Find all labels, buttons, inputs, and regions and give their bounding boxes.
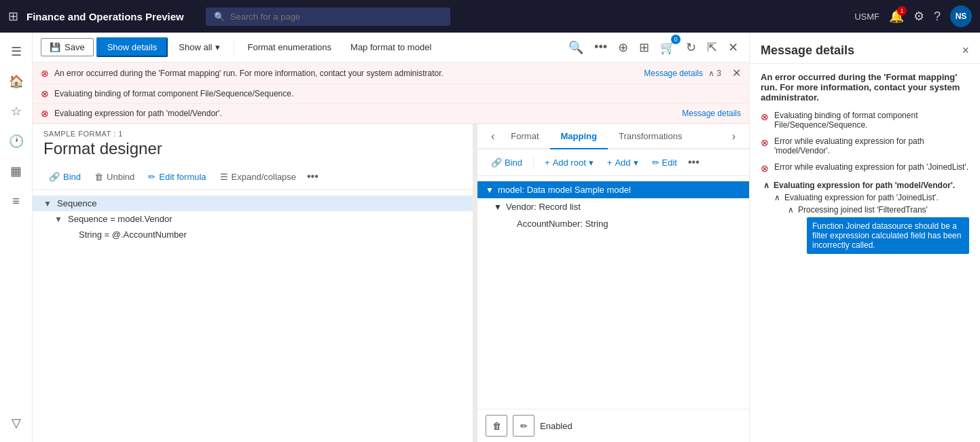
format-toolbar: 🔗 Bind 🗑 Unbind ✏ Edit formula ☰ Expand/… xyxy=(33,164,473,190)
highlight-text: Function Joined datasource should be a f… xyxy=(812,221,961,250)
more-options-button[interactable]: ••• xyxy=(592,37,610,57)
app-title: Finance and Operations Preview xyxy=(26,11,184,22)
mapping-label-0: model: Data model Sample model xyxy=(498,185,631,195)
expand-icon: ☰ xyxy=(220,172,228,182)
mapping-item-account[interactable]: AccountNumber: String xyxy=(477,215,749,232)
msg-section-header-1[interactable]: ∧ Evaluating expression for path 'model/… xyxy=(761,181,969,190)
link-icon: 🔗 xyxy=(49,172,60,182)
tab-transformations[interactable]: Transformations xyxy=(608,124,693,149)
msg-body: An error occurred during the 'Format map… xyxy=(750,64,980,442)
cart-icon[interactable]: 🛒 0 xyxy=(657,37,678,58)
expand-collapse-button[interactable]: ☰ Expand/collapse xyxy=(215,169,302,185)
action-toolbar: 💾 Save Show details Show all ▾ Format en… xyxy=(33,33,749,62)
section-label-1: Evaluating expression for path 'model/Ve… xyxy=(774,181,955,190)
region-label: USMF xyxy=(854,12,879,22)
mapping-item-model[interactable]: ▼ model: Data model Sample model xyxy=(477,181,749,198)
view-mode-icon[interactable]: ⊕ xyxy=(615,37,631,58)
map-add-root-button[interactable]: + Add root ▾ xyxy=(539,155,599,170)
subsubsection-chevron: ∧ xyxy=(788,205,794,215)
msg-error-text-3: Error while evaluating expression for pa… xyxy=(774,162,968,172)
map-bind-button[interactable]: 🔗 Bind xyxy=(486,155,528,170)
footer-status: Enabled xyxy=(540,421,573,431)
subsection-chevron-1: ∧ xyxy=(774,193,780,202)
subsection-label-1: Evaluating expression for path 'JoinedLi… xyxy=(784,193,939,202)
message-details-link-2[interactable]: Message details xyxy=(682,109,741,118)
msg-error-icon-2: ⊗ xyxy=(761,137,769,148)
toolbar-sep-1 xyxy=(234,39,234,56)
tree-item-string[interactable]: String = @.AccountNumber xyxy=(33,227,473,242)
format-enumerations-button[interactable]: Format enumerations xyxy=(240,39,340,56)
msg-subsection-header-1[interactable]: ∧ Evaluating expression for path 'Joined… xyxy=(774,193,969,202)
msg-subsubsection-header[interactable]: ∧ Processing joined list 'FilteredTrans' xyxy=(788,205,969,215)
tab-arrow-left[interactable]: ‹ xyxy=(486,125,500,148)
formula-icon: ✏ xyxy=(148,172,156,182)
message-details-link-1[interactable]: Message details xyxy=(644,69,703,78)
close-page-icon[interactable]: ✕ xyxy=(725,37,741,58)
mapping-label-1: Vendor: Record list xyxy=(506,202,581,212)
bind-button[interactable]: 🔗 Bind xyxy=(43,169,86,185)
compare-icon[interactable]: ⊞ xyxy=(636,37,652,58)
tab-mapping[interactable]: Mapping xyxy=(550,124,608,149)
error-count-area: Message details ∧ 3 ✕ xyxy=(644,67,741,79)
search-input[interactable] xyxy=(230,12,442,22)
collapse-icon[interactable]: ∧ 3 xyxy=(708,69,721,78)
show-all-button[interactable]: Show all ▾ xyxy=(170,39,228,56)
tab-arrow-right[interactable]: › xyxy=(727,125,741,148)
edit-icon: ✏ xyxy=(652,158,659,168)
edit-formula-button[interactable]: ✏ Edit formula xyxy=(143,169,211,185)
help-icon[interactable]: ? xyxy=(934,10,941,24)
sidebar-modules[interactable]: ≡ xyxy=(3,187,30,215)
edit-footer-button[interactable]: ✏ xyxy=(513,415,534,437)
search-toolbar-icon[interactable]: 🔍 xyxy=(566,37,586,58)
msg-error-3: ⊗ Error while evaluating expression for … xyxy=(761,162,969,174)
sidebar-favorites[interactable]: ☆ xyxy=(3,98,30,125)
app-layout: ☰ 🏠 ☆ 🕐 ▦ ≡ ▽ 💾 Save Show details Show a… xyxy=(0,33,980,442)
map-format-button[interactable]: Map format to model xyxy=(342,39,439,56)
error-row-2: ⊗ Evaluating binding of format component… xyxy=(33,84,749,104)
add-root-chevron: ▾ xyxy=(589,158,594,168)
sidebar-home[interactable]: 🏠 xyxy=(3,68,30,95)
msg-error-icon-3: ⊗ xyxy=(761,163,769,174)
save-button[interactable]: 💾 Save xyxy=(41,38,94,56)
tab-format[interactable]: Format xyxy=(500,124,549,149)
tree-label-1: Sequence = model.Vendor xyxy=(68,214,462,224)
open-external-icon[interactable]: ⇱ xyxy=(704,37,720,58)
notification-icon[interactable]: 🔔 1 xyxy=(889,9,904,24)
unlink-icon: 🗑 xyxy=(94,172,103,182)
toolbar-icons: 🔍 ••• ⊕ ⊞ 🛒 0 ↻ ⇱ ✕ xyxy=(566,37,741,58)
map-add-button[interactable]: + Add ▾ xyxy=(602,155,644,170)
mapping-item-vendor[interactable]: ▼ Vendor: Record list xyxy=(477,198,749,215)
show-details-button[interactable]: Show details xyxy=(96,37,168,57)
format-tree: ▼ Sequence ▼ Sequence = model.Vendor Str… xyxy=(33,190,473,442)
format-more-button[interactable]: ••• xyxy=(304,168,321,185)
msg-error-icon-1: ⊗ xyxy=(761,111,769,122)
refresh-icon[interactable]: ↻ xyxy=(683,37,699,58)
map-more-button[interactable]: ••• xyxy=(685,153,702,171)
sidebar-recent[interactable]: 🕐 xyxy=(3,128,30,155)
tree-chevron-1: ▼ xyxy=(54,215,65,224)
map-edit-button[interactable]: ✏ Edit xyxy=(647,155,683,170)
sidebar-workspaces[interactable]: ▦ xyxy=(3,158,30,185)
add-root-icon: + xyxy=(545,158,550,168)
designer-area: SAMPLE FORMAT : 1 Format designer 🔗 Bind… xyxy=(33,124,749,442)
subsubsection-label: Processing joined list 'FilteredTrans' xyxy=(798,205,928,215)
add-chevron: ▾ xyxy=(634,158,638,168)
unbind-button[interactable]: 🗑 Unbind xyxy=(89,169,140,185)
settings-icon[interactable]: ⚙ xyxy=(913,9,924,24)
sidebar-filter[interactable]: ▽ xyxy=(3,409,30,437)
user-avatar[interactable]: NS xyxy=(950,5,972,27)
delete-button[interactable]: 🗑 xyxy=(486,415,507,437)
mapping-tree: ▼ model: Data model Sample model ▼ Vendo… xyxy=(477,176,749,409)
msg-error-2: ⊗ Error while evaluating expression for … xyxy=(761,136,969,155)
tree-item-sequence[interactable]: ▼ Sequence xyxy=(33,196,473,211)
mapping-panel: ‹ Format Mapping Transformations › 🔗 xyxy=(477,124,749,442)
error-text-3: Evaluating expression for path 'model/Ve… xyxy=(54,109,222,118)
tree-item-sequence-model[interactable]: ▼ Sequence = model.Vendor xyxy=(33,211,473,227)
dismiss-errors-icon[interactable]: ✕ xyxy=(732,67,741,79)
msg-error-text-1: Evaluating binding of format component F… xyxy=(774,111,969,130)
search-bar[interactable]: 🔍 xyxy=(206,7,450,26)
sidebar-hamburger[interactable]: ☰ xyxy=(3,38,30,65)
error-icon-3: ⊗ xyxy=(41,108,49,119)
msg-close-button[interactable]: × xyxy=(962,43,969,58)
grid-icon[interactable]: ⊞ xyxy=(8,9,18,24)
